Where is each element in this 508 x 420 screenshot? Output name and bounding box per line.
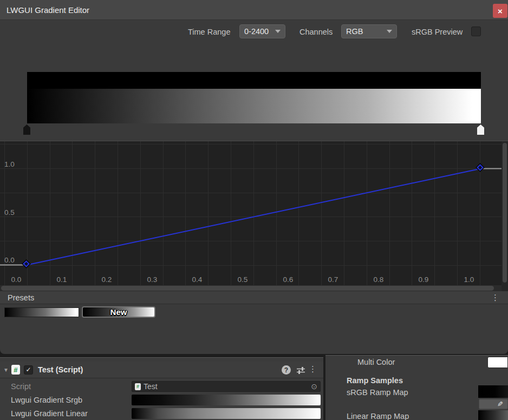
linear-ramp-label: Linear Ramp Map (347, 412, 409, 420)
csharp-script-icon: # (11, 365, 20, 375)
script-object-value: Test (144, 382, 311, 391)
srgb-preview-checkbox[interactable] (471, 27, 481, 36)
component-enabled-checkbox[interactable]: ✓ (24, 365, 33, 375)
presets-header: Presets ⋮ (0, 291, 508, 304)
component-title: Test (Script) (38, 365, 83, 374)
object-picker-icon[interactable]: ⊙ (311, 382, 320, 391)
time-range-value: 0-2400 (244, 27, 269, 36)
material-panel: Multi Color Ramp Samples sRGB Ramp Map ✎… (325, 355, 508, 420)
inspector-panel: ▼ # ✓ Test (Script) ? ⋮ Script # Test ⊙ (0, 357, 323, 420)
close-icon: × (498, 6, 503, 16)
edit-ramp-button[interactable]: ✎ (479, 399, 508, 409)
srgb-preview-label: sRGB Preview (412, 28, 463, 36)
gradient-linear-label: Lwgui Gradient Linear (11, 409, 88, 418)
csharp-script-icon: # (135, 383, 141, 390)
gradient-color-strip[interactable] (27, 89, 481, 123)
gradient-linear-row: Lwgui Gradient Linear (0, 408, 323, 419)
time-range-label: Time Range (188, 28, 230, 36)
linear-ramp-thumbnail[interactable] (478, 410, 508, 420)
channels-label: Channels (299, 28, 333, 36)
gradient-editor-window: LWGUI Gradient Editor × Time Range 0-240… (0, 0, 508, 354)
gradient-stop-white[interactable] (477, 124, 484, 135)
help-icon[interactable]: ? (282, 365, 291, 375)
srgb-ramp-label: sRGB Ramp Map (347, 388, 408, 397)
foldout-icon[interactable]: ▼ (0, 367, 11, 373)
chevron-down-icon (275, 30, 281, 33)
vertical-scrollbar[interactable] (502, 142, 508, 291)
curve-editor[interactable]: 1.0 0.5 0.0 0.0 0.1 0.2 0.3 0.4 0.5 0.6 … (0, 141, 508, 291)
kebab-menu-icon[interactable]: ⋮ (309, 364, 317, 374)
gradient-srgb-label: Lwgui Gradient Srgb (11, 396, 82, 404)
gradient-stop-black[interactable] (23, 124, 30, 135)
new-preset-button[interactable]: New (82, 306, 155, 318)
pencil-icon: ✎ (497, 400, 503, 408)
channels-value: RGB (346, 27, 363, 36)
gradient-srgb-field[interactable] (132, 395, 321, 405)
kebab-menu-icon[interactable]: ⋮ (491, 292, 499, 303)
multi-color-swatch[interactable] (487, 357, 508, 368)
script-object-field[interactable]: # Test ⊙ (132, 381, 321, 392)
presets-title: Presets (0, 293, 34, 302)
curve-plot (0, 141, 508, 292)
gradient-linear-field[interactable] (132, 408, 321, 419)
gradient-srgb-row: Lwgui Gradient Srgb (0, 395, 323, 405)
screen: LWGUI Gradient Editor × Time Range 0-240… (0, 0, 508, 420)
new-preset-label: New (110, 307, 127, 317)
channels-dropdown[interactable]: RGB (341, 24, 397, 38)
ramp-samples-heading: Ramp Samples (347, 376, 403, 385)
chevron-down-icon (387, 30, 392, 33)
gradient-alpha-strip[interactable] (27, 72, 481, 89)
srgb-ramp-thumbnail[interactable] (478, 385, 508, 398)
window-title: LWGUI Gradient Editor (0, 5, 89, 15)
multi-color-label: Multi Color (357, 358, 395, 366)
component-header[interactable]: ▼ # ✓ Test (Script) ? ⋮ (0, 362, 323, 378)
time-range-dropdown[interactable]: 0-2400 (239, 24, 285, 38)
script-row: Script # Test ⊙ (0, 381, 323, 392)
presets-icon[interactable] (296, 366, 305, 377)
window-titlebar[interactable]: LWGUI Gradient Editor × (0, 0, 508, 20)
vertical-scrollbar-thumb[interactable] (503, 143, 507, 283)
horizontal-scrollbar-thumb[interactable] (1, 286, 494, 291)
preset-gradient-swatch[interactable] (4, 307, 79, 317)
script-label: Script (11, 382, 31, 391)
horizontal-scrollbar[interactable] (0, 285, 502, 291)
close-button[interactable]: × (493, 4, 507, 18)
